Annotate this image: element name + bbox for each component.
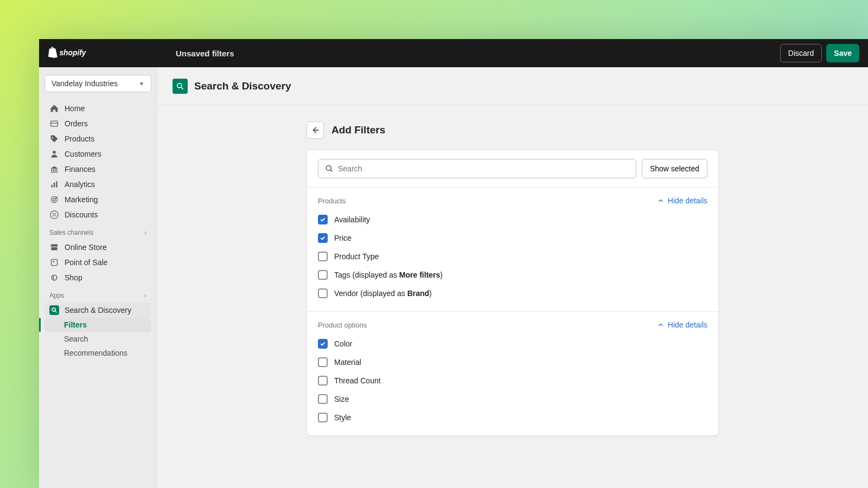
filter-label: Thread Count	[334, 376, 381, 385]
sidebar-item-label: Online Store	[65, 243, 107, 252]
sidebar-item-products[interactable]: Products	[44, 131, 151, 146]
page-title: Search & Discovery	[194, 80, 291, 92]
arrow-left-icon	[310, 125, 320, 135]
sidebar-item-label: Finances	[65, 165, 95, 174]
sidebar-item-finances[interactable]: Finances	[44, 162, 151, 177]
checkbox[interactable]	[318, 394, 328, 404]
filter-option[interactable]: Thread Count	[318, 371, 707, 390]
filter-option[interactable]: Style	[318, 408, 707, 427]
show-selected-button[interactable]: Show selected	[642, 159, 707, 178]
content: Add Filters	[157, 105, 868, 452]
svg-rect-4	[54, 183, 55, 188]
sidebar-item-marketing[interactable]: Marketing	[44, 192, 151, 207]
filter-label: Tags (displayed as More filters)	[334, 271, 443, 279]
chevron-up-icon	[657, 321, 665, 329]
filter-label: Product Type	[334, 252, 379, 261]
page-header: Search & Discovery	[157, 67, 868, 105]
filter-label: Vendor (displayed as Brand)	[334, 289, 432, 298]
svg-point-7	[53, 198, 56, 201]
svg-point-2	[53, 151, 56, 154]
search-field-wrap[interactable]	[318, 159, 636, 178]
filter-label: Color	[334, 339, 352, 348]
sidebar-item-label: Home	[65, 104, 85, 113]
sidebar-item-orders[interactable]: Orders	[44, 116, 151, 131]
checkbox[interactable]	[318, 376, 328, 386]
sidebar-subitem-search[interactable]: Search	[44, 332, 151, 346]
shop-icon	[49, 273, 59, 282]
filter-label: Price	[334, 234, 352, 242]
sidebar-item-label: Analytics	[65, 180, 95, 189]
percent-icon	[49, 210, 59, 220]
discard-button[interactable]: Discard	[780, 44, 822, 62]
tag-icon	[49, 134, 59, 144]
filter-label: Style	[334, 413, 351, 422]
checkbox[interactable]	[318, 357, 328, 367]
sales-channels-nav: Online StorePoint of SaleShop	[44, 240, 151, 285]
sidebar-item-label: Discounts	[65, 210, 98, 219]
chevron-down-icon: ▼	[139, 81, 144, 87]
apps-header[interactable]: Apps ›	[44, 286, 151, 301]
checkbox[interactable]	[318, 252, 328, 261]
sidebar-subitem-recommendations[interactable]: Recommendations	[44, 346, 151, 360]
filter-option[interactable]: Size	[318, 390, 707, 408]
sales-channels-header[interactable]: Sales channels ›	[44, 223, 151, 239]
svg-point-12	[53, 261, 54, 262]
app-window: shopify Unsaved filters Discard Save Van…	[39, 39, 868, 488]
svg-rect-1	[51, 121, 58, 126]
svg-rect-5	[56, 181, 57, 187]
bank-icon	[49, 164, 59, 174]
filter-option[interactable]: Vendor (displayed as Brand)	[318, 284, 707, 303]
checkbox[interactable]	[318, 339, 328, 349]
checkbox[interactable]	[318, 233, 328, 243]
sidebar-item-label: Search & Discovery	[65, 306, 131, 314]
sidebar-item-discounts[interactable]: Discounts	[44, 207, 151, 222]
pos-icon	[49, 258, 59, 267]
filter-group-header: ProductsHide details	[318, 196, 707, 205]
checkbox[interactable]	[318, 288, 328, 298]
filter-group-name: Product options	[318, 321, 367, 329]
sidebar-item-shop[interactable]: Shop	[44, 270, 151, 285]
back-button[interactable]	[307, 121, 324, 139]
filter-option[interactable]: Tags (displayed as More filters)	[318, 266, 707, 284]
filter-option[interactable]: Price	[318, 229, 707, 247]
hide-details-toggle[interactable]: Hide details	[657, 320, 707, 329]
chevron-up-icon	[657, 197, 665, 204]
home-icon	[49, 104, 59, 113]
chevron-right-icon: ›	[144, 229, 146, 236]
main-nav: HomeOrdersProductsCustomersFinancesAnaly…	[44, 101, 151, 222]
checkbox[interactable]	[318, 270, 328, 280]
sidebar-item-analytics[interactable]: Analytics	[44, 177, 151, 192]
topbar-actions: Discard Save	[780, 44, 859, 62]
filter-group: Product optionsHide detailsColorMaterial…	[307, 312, 718, 435]
svg-rect-3	[51, 185, 52, 188]
sidebar-item-home[interactable]: Home	[44, 101, 151, 116]
sidebar-item-customers[interactable]: Customers	[44, 146, 151, 162]
unsaved-changes-label: Unsaved filters	[176, 49, 234, 58]
store-selector[interactable]: Vandelay Industries ▼	[44, 75, 151, 92]
sidebar: Vandelay Industries ▼ HomeOrdersProducts…	[39, 67, 157, 488]
chevron-right-icon: ›	[144, 292, 146, 299]
body: Vandelay Industries ▼ HomeOrdersProducts…	[39, 67, 868, 488]
filter-option[interactable]: Color	[318, 335, 707, 353]
sidebar-item-pos[interactable]: Point of Sale	[44, 255, 151, 270]
save-button[interactable]: Save	[826, 44, 859, 62]
checkbox[interactable]	[318, 215, 328, 224]
search-input[interactable]	[338, 164, 629, 173]
sidebar-item-online-store[interactable]: Online Store	[44, 240, 151, 255]
store-name: Vandelay Industries	[52, 79, 118, 88]
person-icon	[49, 149, 59, 159]
main: Search & Discovery Add Filters	[157, 67, 868, 488]
sidebar-item-label: Point of Sale	[65, 258, 107, 267]
sidebar-subitem-filters[interactable]: Filters	[44, 318, 151, 332]
sidebar-item-search-discovery[interactable]: Search & Discovery	[44, 303, 151, 318]
filter-option[interactable]: Availability	[318, 210, 707, 229]
svg-point-14	[177, 83, 182, 87]
filter-option[interactable]: Material	[318, 353, 707, 371]
checkbox[interactable]	[318, 413, 328, 422]
sidebar-item-label: Orders	[65, 119, 88, 128]
search-icon	[325, 164, 334, 173]
svg-point-10	[55, 215, 56, 216]
filters-card: Show selected ProductsHide detailsAvaila…	[307, 150, 719, 436]
hide-details-toggle[interactable]: Hide details	[657, 196, 707, 205]
filter-option[interactable]: Product Type	[318, 247, 707, 266]
